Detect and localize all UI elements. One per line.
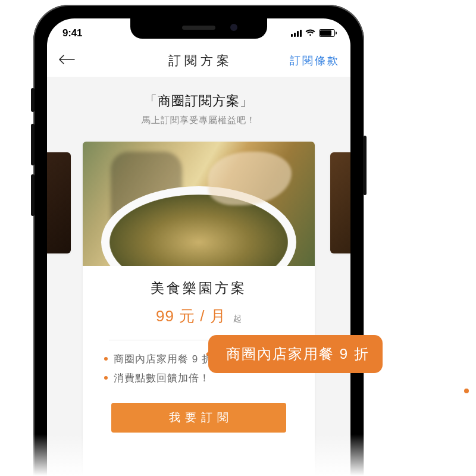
plan-card-next[interactable] (330, 152, 350, 253)
price-unit: 元 / 月 (179, 307, 226, 325)
hero-subtitle: 馬上訂閱享受專屬權益吧！ (53, 115, 345, 126)
plan-price: 99 元 / 月 起 (98, 306, 299, 327)
hero: 「商圈訂閱方案」 馬上訂閱享受專屬權益吧！ (47, 77, 350, 130)
plan-card: 美食樂園方案 99 元 / 月 起 商圈內店家用餐 9 折 消費點數回饋加倍！ (83, 142, 315, 476)
status-time: 9:41 (62, 27, 82, 39)
side-button (31, 174, 35, 216)
nav-bar: 訂閱方案 訂閱條款 (47, 45, 350, 77)
price-value: 99 (156, 307, 174, 325)
callout-dot (464, 389, 469, 393)
side-button (31, 88, 35, 112)
callout-bubble: 商圈內店家用餐 9 折 (208, 335, 383, 373)
phone-frame: 9:41 訂閱方案 訂閱條款 「商圈訂閱方案」 (33, 5, 364, 476)
plan-carousel[interactable]: 美食樂園方案 99 元 / 月 起 商圈內店家用餐 9 折 消費點數回饋加倍！ (47, 142, 350, 476)
plan-name: 美食樂園方案 (98, 279, 299, 298)
price-suffix: 起 (233, 314, 242, 323)
subscribe-button[interactable]: 我要訂閱 (111, 403, 286, 433)
hero-title: 「商圈訂閱方案」 (53, 92, 345, 110)
plan-image (83, 142, 315, 266)
side-button (31, 124, 35, 165)
back-arrow-icon (58, 54, 76, 65)
cellular-icon (291, 30, 302, 37)
nav-terms-link[interactable]: 訂閱條款 (290, 54, 340, 68)
nav-title: 訂閱方案 (165, 52, 233, 69)
notch (130, 18, 267, 39)
status-icons (291, 29, 336, 37)
battery-icon (319, 29, 335, 37)
plan-card-prev[interactable] (47, 152, 71, 253)
stage: 9:41 訂閱方案 訂閱條款 「商圈訂閱方案」 (0, 0, 476, 476)
back-button[interactable] (58, 54, 76, 67)
screen: 9:41 訂閱方案 訂閱條款 「商圈訂閱方案」 (47, 18, 350, 476)
wifi-icon (305, 29, 315, 37)
content: 「商圈訂閱方案」 馬上訂閱享受專屬權益吧！ 美食樂園方案 99 (47, 77, 350, 476)
side-button (363, 136, 367, 195)
